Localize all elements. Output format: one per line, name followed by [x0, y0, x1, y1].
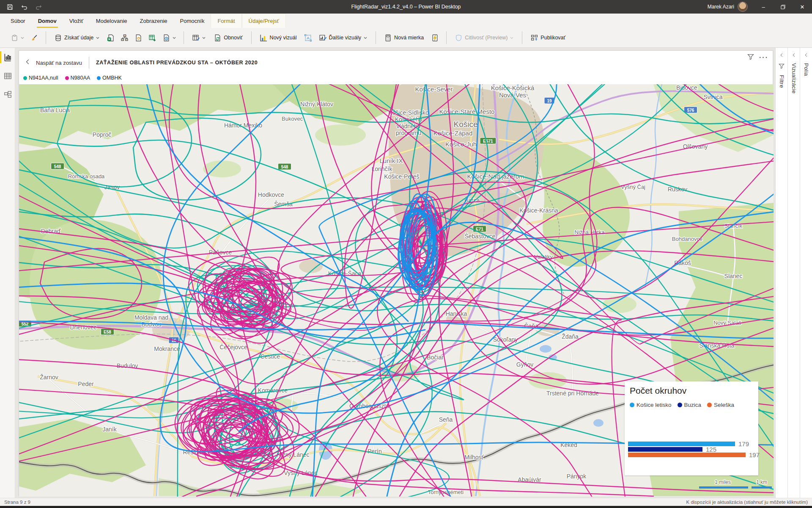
road-shield-label: 576: [687, 108, 694, 113]
bar-row[interactable]: 125: [628, 447, 755, 452]
page-indicator[interactable]: Strana 9 z 9: [4, 500, 30, 505]
map-town-label: Peder: [78, 381, 94, 387]
tab-domov[interactable]: Domov: [32, 14, 63, 28]
map-town-label: Ždaňa: [562, 333, 579, 340]
road-shield-label: E571: [483, 139, 493, 144]
tab-subor[interactable]: Súbor: [4, 14, 32, 28]
update-available-link[interactable]: K dispozícii je aktualizácia (stiahnuť j…: [686, 500, 808, 505]
tab-zobrazenie[interactable]: Zobrazenie: [134, 14, 174, 28]
visual-filter-icon[interactable]: [747, 53, 754, 62]
new-visual-button[interactable]: Nový vizuál: [257, 32, 300, 44]
transform-data-button[interactable]: [189, 32, 209, 44]
forest-patch: [315, 124, 366, 146]
status-bar: Strana 9 z 9 K dispozícii je aktualizáci…: [0, 498, 812, 506]
text-box-button[interactable]: A: [302, 32, 314, 44]
bar[interactable]: [628, 453, 746, 457]
report-view-button[interactable]: [0, 48, 15, 66]
avatar[interactable]: [738, 2, 748, 12]
chart-legend-item[interactable]: Seleška: [707, 402, 734, 408]
window-title: FlightRadar_viz1.4.2_v4.0 – Power BI Des…: [0, 4, 812, 10]
legend-label: OMBHK: [102, 75, 122, 81]
legend-dot: [65, 76, 69, 80]
page-title: ZAŤAŽENIE OBLASTI PREVÁDZKOU STA – OKTÓB…: [96, 60, 258, 66]
window-bottom-edge: [0, 506, 812, 508]
chart-legend-item[interactable]: Košice letisko: [630, 402, 672, 408]
tab-udaje-prejst[interactable]: Údaje/Prejsť: [242, 14, 286, 28]
refresh-button[interactable]: Obnoviť: [211, 32, 246, 44]
map-town-label: Šebastovce: [464, 233, 495, 240]
datasets-hub-icon[interactable]: [118, 32, 131, 44]
view-rail: [0, 48, 15, 498]
back-chevron-icon[interactable]: [25, 59, 31, 66]
filters-panel-collapsed[interactable]: Filtre: [775, 48, 787, 498]
filter-funnel-icon: [779, 63, 785, 71]
enter-data-icon[interactable]: [146, 32, 159, 44]
model-view-button[interactable]: [0, 85, 15, 104]
map-town-label: Rómska osada: [68, 173, 105, 179]
bar-chart-card[interactable]: Počet okruhov Košice letiskoBuzicaSelešk…: [625, 381, 758, 475]
restore-button[interactable]: [773, 0, 793, 14]
minimize-button[interactable]: –: [754, 0, 773, 14]
lake: [540, 345, 551, 353]
map-town-label: Seňa: [439, 416, 453, 423]
map-town-label: Hodkovce: [258, 191, 284, 198]
map-town-label: Mokrance: [154, 345, 180, 352]
quick-measure-icon[interactable]: [429, 32, 441, 44]
expand-visualizations-icon[interactable]: [792, 51, 796, 59]
map-town-label: Nižný Klátov: [300, 101, 333, 108]
tab-format[interactable]: Formát: [211, 14, 241, 28]
data-view-button[interactable]: [0, 66, 15, 85]
map-town-label: Bukovec: [282, 116, 303, 122]
map-town-label: Košice-Pereš: [384, 173, 419, 180]
bar-value-label: 125: [706, 446, 716, 453]
map-town-label: Košice-Západ: [433, 130, 473, 137]
more-visuals-button[interactable]: Ďalšie vizuály: [316, 32, 370, 44]
map-town-label: Milhosť: [464, 454, 484, 461]
bar[interactable]: [628, 447, 702, 452]
publish-button[interactable]: Publikovať: [527, 32, 569, 44]
visual-more-options-icon[interactable]: ···: [759, 54, 768, 61]
bar-row[interactable]: 179: [628, 442, 755, 447]
map-legend-item[interactable]: N980AA: [65, 75, 91, 81]
visualizations-panel-title: Vizualizácie: [791, 63, 797, 94]
chart-legend-item[interactable]: Buzica: [678, 402, 702, 408]
map-legend-item[interactable]: N941AA,null: [23, 75, 58, 81]
save-icon[interactable]: [3, 0, 16, 14]
map-town-label: Bočiar: [427, 354, 444, 361]
map-town-label: Košice-Košická: [491, 84, 535, 91]
tab-vlozit[interactable]: Vložiť: [63, 14, 90, 28]
close-button[interactable]: ✕: [793, 0, 812, 14]
expand-fields-icon[interactable]: [804, 51, 808, 59]
excel-import-icon[interactable]: [104, 32, 117, 44]
map-legend-item[interactable]: OMBHK: [97, 75, 122, 81]
map-town-label: Košice: [453, 120, 477, 129]
legend-label: N941AA,null: [29, 75, 58, 81]
chart-legend-label: Buzica: [684, 402, 702, 408]
map-town-label: Moldava nad: [134, 314, 168, 321]
user-name[interactable]: Marek Azari: [708, 4, 734, 10]
visualizations-panel-collapsed[interactable]: Vizualizácie: [787, 48, 800, 498]
titlebar: FlightRadar_viz1.4.2_v4.0 – Power BI Des…: [0, 0, 812, 14]
fields-panel-title: Polia: [803, 63, 809, 76]
paste-button[interactable]: [8, 32, 27, 44]
get-data-button[interactable]: Získať údaje: [51, 32, 103, 44]
map-town-label: Pányok: [567, 473, 587, 480]
bar-row[interactable]: 197: [628, 453, 755, 458]
report-canvas[interactable]: ··· Naspäť na zostavu ZAŤAŽENIE OBLASTI …: [19, 50, 773, 496]
map-town-label: Janík: [102, 426, 117, 433]
undo-icon[interactable]: [18, 0, 30, 14]
filters-panel-title: Filtre: [779, 75, 785, 88]
bar[interactable]: [628, 442, 735, 446]
map-town-label: Žarnov: [40, 374, 58, 381]
tab-modelovanie[interactable]: Modelovanie: [90, 14, 134, 28]
format-painter-button[interactable]: [28, 32, 41, 44]
new-measure-button[interactable]: Nová mierka: [381, 32, 427, 44]
fields-panel-collapsed[interactable]: Polia: [800, 48, 812, 498]
scale-km-label: 1 km: [756, 479, 767, 485]
back-to-report-link[interactable]: Naspäť na zostavu: [36, 60, 82, 66]
reports-icon[interactable]: [132, 32, 145, 44]
expand-filters-icon[interactable]: [779, 51, 784, 59]
tab-pomocnik[interactable]: Pomocník: [174, 14, 211, 28]
lake: [593, 419, 604, 427]
recent-sources-icon[interactable]: [160, 32, 178, 44]
